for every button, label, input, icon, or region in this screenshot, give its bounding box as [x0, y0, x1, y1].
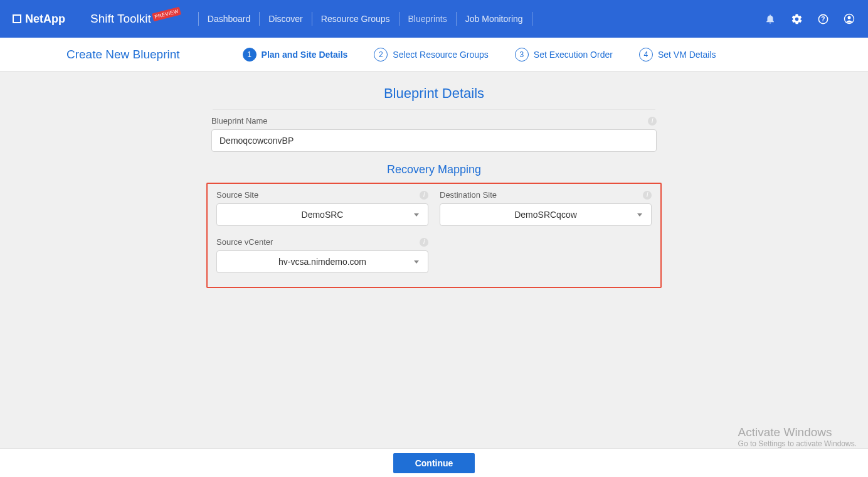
brand-icon	[13, 14, 21, 23]
step-label: Set VM Details	[658, 50, 716, 60]
step-number: 1	[243, 48, 257, 62]
step-select-resource-groups[interactable]: 2 Select Resource Groups	[374, 48, 489, 62]
brand-logo: NetApp	[13, 13, 65, 26]
preview-badge: PREVIEW	[152, 6, 181, 21]
step-set-vm-details[interactable]: 4 Set VM Details	[639, 48, 716, 62]
blueprint-name-input[interactable]	[211, 129, 657, 152]
info-icon[interactable]: i	[420, 191, 428, 200]
bottom-bar: Continue	[0, 448, 868, 477]
step-label: Set Execution Order	[534, 50, 613, 60]
field-blueprint-name: Blueprint Name i	[211, 116, 657, 152]
field-source-vcenter: Source vCenter i hv-vcsa.nimdemo.com	[216, 237, 428, 273]
top-nav: NetApp Shift Toolkit PREVIEW Dashboard D…	[0, 0, 868, 38]
step-label: Plan and Site Details	[262, 50, 348, 60]
source-site-select[interactable]: DemoSRC	[216, 203, 428, 226]
field-source-site: Source Site i DemoSRC	[216, 190, 428, 226]
blueprint-details-title: Blueprint Details	[0, 85, 868, 102]
gear-icon[interactable]	[790, 13, 803, 25]
blueprint-name-label: Blueprint Name	[211, 116, 268, 126]
source-vcenter-value: hv-vcsa.nimdemo.com	[278, 257, 366, 267]
step-list: 1 Plan and Site Details 2 Select Resourc…	[243, 48, 716, 62]
nav-dashboard[interactable]: Dashboard	[199, 14, 260, 24]
watermark-line1: Activate Windows	[738, 426, 857, 439]
recovery-mapping-title: Recovery Mapping	[0, 163, 868, 176]
chevron-down-icon	[414, 213, 419, 217]
toolkit-label: Shift Toolkit	[90, 12, 151, 26]
step-plan-details[interactable]: 1 Plan and Site Details	[243, 48, 348, 62]
brand-text: NetApp	[25, 13, 65, 26]
nav-links: Dashboard Discover Resource Groups Bluep…	[198, 12, 532, 26]
destination-site-value: DemoSRCqcow	[514, 210, 577, 220]
chevron-down-icon	[637, 213, 642, 217]
page-title: Create New Blueprint	[66, 48, 180, 62]
step-number: 2	[374, 48, 388, 62]
user-icon[interactable]	[843, 13, 855, 25]
help-icon[interactable]: ?	[817, 13, 829, 25]
nav-discover[interactable]: Discover	[260, 14, 311, 24]
recovery-mapping-highlight: Source Site i DemoSRC Destination Site i…	[206, 183, 662, 288]
field-destination-site: Destination Site i DemoSRCqcow	[440, 190, 652, 226]
continue-button[interactable]: Continue	[393, 453, 475, 473]
step-number: 4	[639, 48, 653, 62]
source-site-value: DemoSRC	[302, 210, 344, 220]
step-label: Select Resource Groups	[393, 50, 489, 60]
svg-text:?: ?	[821, 16, 825, 23]
info-icon[interactable]: i	[643, 191, 652, 200]
step-number: 3	[515, 48, 529, 62]
step-set-execution-order[interactable]: 3 Set Execution Order	[515, 48, 613, 62]
source-vcenter-select[interactable]: hv-vcsa.nimdemo.com	[216, 250, 428, 273]
bell-icon[interactable]	[764, 13, 776, 25]
nav-blueprints[interactable]: Blueprints	[400, 14, 456, 24]
svg-point-3	[848, 16, 851, 19]
destination-site-select[interactable]: DemoSRCqcow	[440, 203, 652, 226]
chevron-down-icon	[414, 260, 419, 264]
nav-job-monitoring[interactable]: Job Monitoring	[457, 14, 532, 24]
info-icon[interactable]: i	[420, 238, 428, 247]
windows-activation-watermark: Activate Windows Go to Settings to activ…	[738, 426, 857, 448]
divider	[213, 109, 655, 110]
watermark-line2: Go to Settings to activate Windows.	[738, 439, 857, 448]
stepper-bar: Create New Blueprint 1 Plan and Site Det…	[0, 38, 868, 72]
nav-resource-groups[interactable]: Resource Groups	[312, 14, 399, 24]
source-site-label: Source Site	[216, 190, 258, 200]
toolkit-title: Shift Toolkit PREVIEW	[90, 12, 179, 26]
info-icon[interactable]: i	[648, 117, 657, 126]
destination-site-label: Destination Site	[440, 190, 497, 200]
top-right-icons: ?	[764, 13, 855, 25]
nav-separator	[532, 12, 532, 26]
blueprint-form: Blueprint Name i	[211, 116, 657, 152]
main-content: Blueprint Details Blueprint Name i Recov…	[0, 72, 868, 288]
source-vcenter-label: Source vCenter	[216, 237, 273, 247]
